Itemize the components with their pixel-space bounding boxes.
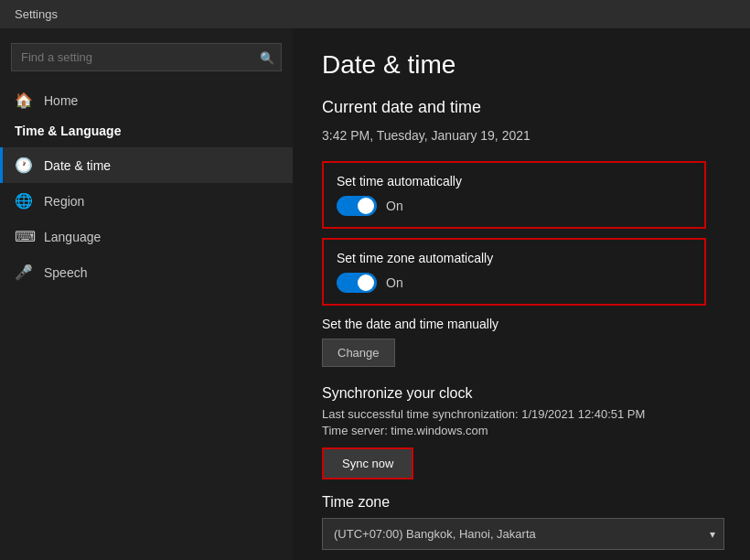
sync-section: Synchronize your clock Last successful t… [322, 385, 721, 479]
timezone-select-wrapper: (UTC+07:00) Bangkok, Hanoi, Jakarta(UTC+… [322, 518, 724, 550]
search-input[interactable] [11, 43, 282, 71]
sidebar-section-label: Time & Language [0, 118, 293, 147]
sync-now-button[interactable]: Sync now [324, 449, 412, 478]
sidebar-item-region[interactable]: 🌐 Region [0, 183, 293, 219]
sidebar-item-language[interactable]: ⌨ Language [0, 219, 293, 254]
manual-label: Set the date and time manually [322, 317, 721, 331]
region-icon: 🌐 [15, 192, 33, 210]
sidebar-item-label: Region [44, 194, 84, 209]
current-time-display: 3:42 PM, Tuesday, January 19, 2021 [322, 128, 721, 143]
timezone-section: Time zone (UTC+07:00) Bangkok, Hanoi, Ja… [322, 494, 721, 550]
home-icon: 🏠 [15, 92, 33, 109]
title-bar: Settings [0, 0, 750, 28]
current-date-time-title: Current date and time [322, 98, 721, 117]
language-icon: ⌨ [15, 228, 33, 245]
sidebar-item-label: Date & time [44, 158, 111, 173]
sidebar-item-home[interactable]: 🏠 Home [0, 82, 293, 118]
timezone-label: Time zone [322, 494, 721, 511]
set-time-auto-toggle[interactable] [337, 196, 377, 216]
sync-last: Last successful time synchronization: 1/… [322, 407, 721, 421]
date-time-icon: 🕐 [15, 156, 33, 174]
timezone-select[interactable]: (UTC+07:00) Bangkok, Hanoi, Jakarta(UTC+… [322, 518, 724, 550]
sync-btn-wrapper: Sync now [322, 447, 413, 479]
title-bar-label: Settings [15, 7, 58, 21]
sidebar-item-speech[interactable]: 🎤 Speech [0, 254, 293, 290]
sync-server: Time server: time.windows.com [322, 424, 721, 437]
page-title: Date & time [322, 50, 721, 80]
set-time-auto-row: On [337, 196, 691, 216]
set-timezone-auto-label: Set time zone automatically [337, 251, 691, 265]
sync-title: Synchronize your clock [322, 385, 721, 402]
change-button[interactable]: Change [322, 339, 395, 367]
set-time-auto-section: Set time automatically On [322, 161, 706, 229]
search-container: 🔍 [11, 43, 282, 71]
set-timezone-auto-state: On [386, 275, 403, 290]
set-timezone-auto-section: Set time zone automatically On [322, 238, 706, 306]
set-time-auto-state: On [386, 199, 403, 213]
main-content: Date & time Current date and time 3:42 P… [293, 28, 750, 560]
set-time-auto-label: Set time automatically [337, 174, 691, 188]
sidebar: 🔍 🏠 Home Time & Language 🕐 Date & time 🌐… [0, 28, 293, 560]
sidebar-item-date-time[interactable]: 🕐 Date & time [0, 147, 293, 183]
speech-icon: 🎤 [15, 264, 33, 281]
search-icon: 🔍 [260, 50, 274, 64]
set-timezone-auto-toggle[interactable] [337, 273, 377, 293]
sidebar-item-label: Speech [44, 265, 87, 280]
home-label: Home [44, 93, 78, 108]
sidebar-item-label: Language [44, 230, 101, 244]
set-timezone-auto-row: On [337, 273, 691, 293]
